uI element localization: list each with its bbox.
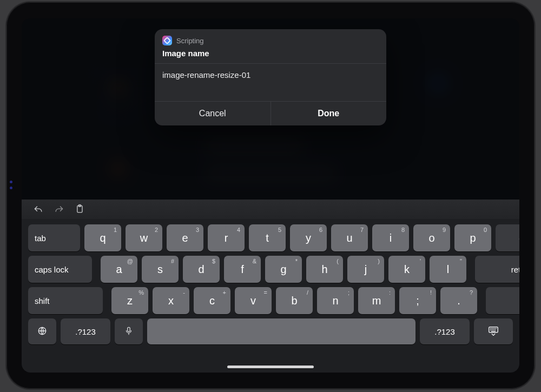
sheet-input-area[interactable] bbox=[155, 64, 386, 101]
key-j[interactable]: )j bbox=[347, 256, 384, 283]
key-w[interactable]: 2w bbox=[126, 224, 162, 251]
key-k[interactable]: 'k bbox=[388, 256, 425, 283]
key-shift-right[interactable]: shift bbox=[486, 287, 519, 314]
key-f[interactable]: &f bbox=[224, 256, 261, 283]
sheet-header: Scripting bbox=[155, 29, 386, 48]
sheet-title: Image name bbox=[155, 48, 386, 63]
key-r[interactable]: 4r bbox=[208, 224, 245, 251]
key-u[interactable]: 7u bbox=[331, 224, 368, 251]
undo-icon[interactable] bbox=[32, 203, 44, 215]
key-space[interactable] bbox=[147, 318, 415, 344]
paste-icon[interactable] bbox=[74, 203, 85, 215]
sheet-app-name: Scripting bbox=[176, 37, 204, 45]
key-o[interactable]: 9o bbox=[413, 224, 450, 251]
svg-rect-3 bbox=[128, 327, 130, 331]
redo-icon[interactable] bbox=[53, 203, 65, 215]
key-symbols-left[interactable]: .?123 bbox=[61, 318, 110, 344]
key-h[interactable]: (h bbox=[306, 256, 343, 283]
microphone-icon bbox=[124, 326, 134, 337]
key-delete[interactable]: delete bbox=[496, 224, 519, 251]
key-b[interactable]: /b bbox=[276, 287, 313, 314]
key-semicolon[interactable]: !; bbox=[399, 287, 436, 314]
cancel-button[interactable]: Cancel bbox=[155, 102, 270, 125]
sheet-actions: Cancel Done bbox=[155, 102, 386, 125]
key-return[interactable]: return bbox=[475, 256, 519, 283]
key-p[interactable]: 0p bbox=[454, 224, 491, 251]
key-a[interactable]: @a bbox=[101, 256, 137, 283]
key-n[interactable]: ;n bbox=[317, 287, 354, 314]
key-dictate[interactable] bbox=[115, 318, 143, 344]
key-caps-lock[interactable]: caps lock bbox=[28, 256, 92, 283]
hide-keyboard-icon bbox=[487, 325, 499, 338]
keyboard-row-4: .?123 .?123 bbox=[28, 318, 513, 344]
keyboard-accessory-bar bbox=[22, 200, 519, 219]
key-q[interactable]: 1q bbox=[84, 224, 121, 251]
keyboard-row-3: shift %z -x +c =v /b ;n :m !; ?. shift bbox=[28, 287, 513, 314]
key-m[interactable]: :m bbox=[358, 287, 395, 314]
key-x[interactable]: -x bbox=[153, 287, 189, 314]
key-period[interactable]: ?. bbox=[440, 287, 477, 314]
key-i[interactable]: 8i bbox=[372, 224, 409, 251]
scripting-app-icon bbox=[162, 36, 172, 45]
onscreen-keyboard: tab 1q 2w 3e 4r 5t 6y 7u 8i 9o 0p delete… bbox=[22, 219, 519, 373]
sensor-dots bbox=[10, 181, 12, 189]
key-c[interactable]: +c bbox=[194, 287, 230, 314]
key-globe[interactable] bbox=[28, 318, 56, 344]
key-z[interactable]: %z bbox=[111, 287, 148, 314]
key-l[interactable]: "l bbox=[430, 256, 466, 283]
keyboard-row-2: caps lock @a #s $d &f *g (h )j 'k "l ret… bbox=[28, 256, 513, 283]
keyboard-row-1: tab 1q 2w 3e 4r 5t 6y 7u 8i 9o 0p delete bbox=[28, 224, 513, 251]
viewport: { "prompt": { "app": "Scripting", "title… bbox=[0, 0, 541, 392]
key-tab[interactable]: tab bbox=[28, 224, 80, 251]
key-g[interactable]: *g bbox=[265, 256, 302, 283]
key-shift-left[interactable]: shift bbox=[28, 287, 103, 314]
image-name-input[interactable] bbox=[162, 70, 379, 79]
home-indicator[interactable] bbox=[227, 366, 314, 368]
key-v[interactable]: =v bbox=[235, 287, 272, 314]
key-t[interactable]: 5t bbox=[249, 224, 286, 251]
ipad-screen: Scripting Image name Cancel Done bbox=[22, 18, 519, 373]
key-symbols-right[interactable]: .?123 bbox=[420, 318, 470, 344]
key-e[interactable]: 3e bbox=[167, 224, 203, 251]
text-prompt-sheet: Scripting Image name Cancel Done bbox=[155, 29, 386, 125]
key-d[interactable]: $d bbox=[183, 256, 220, 283]
key-y[interactable]: 6y bbox=[290, 224, 327, 251]
ipad-bezel: Scripting Image name Cancel Done bbox=[6, 2, 535, 389]
done-button[interactable]: Done bbox=[271, 102, 387, 125]
key-hide-keyboard[interactable] bbox=[474, 318, 513, 344]
key-s[interactable]: #s bbox=[142, 256, 179, 283]
globe-icon bbox=[37, 325, 48, 338]
